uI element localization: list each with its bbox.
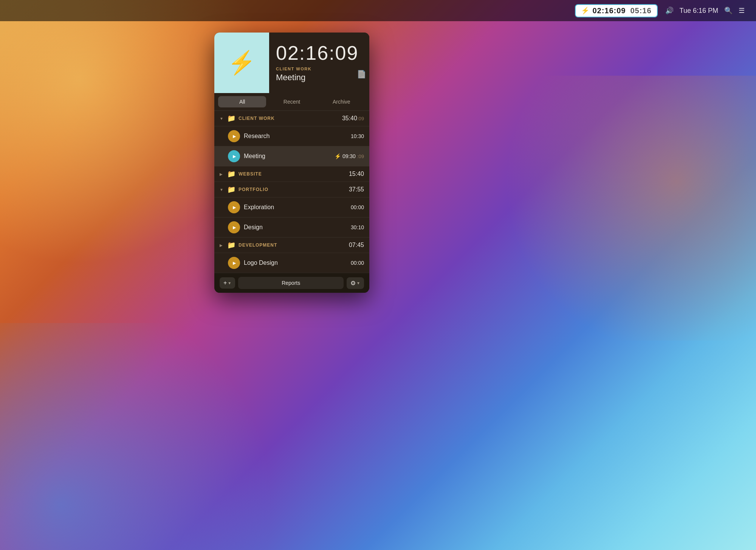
reports-button[interactable]: Reports	[238, 277, 344, 289]
play-icon-exploration: ▶	[233, 205, 236, 210]
document-icon[interactable]: 📄	[357, 70, 366, 79]
group-time-website: 15:40	[349, 171, 364, 177]
folder-icon-development: 📁	[227, 241, 235, 249]
task-time-meeting: 09:30	[342, 153, 356, 159]
folder-icon-portfolio: 📁	[227, 185, 235, 194]
menubar-system-icons: 🔊 Tue 6:16 PM 🔍 ☰	[665, 6, 745, 15]
task-logo-design[interactable]: ▶ Logo Design 00:00	[214, 253, 369, 273]
task-time-design: 30:10	[351, 224, 364, 230]
app-header: ⚡ 02:16:09 CLIENT WORK Meeting 📄	[214, 33, 369, 93]
tab-recent[interactable]: Recent	[268, 96, 316, 107]
group-time-development: 07:45	[349, 242, 364, 249]
gear-icon: ⚙	[350, 280, 356, 287]
folder-icon-client-work: 📁	[227, 114, 235, 123]
add-chevron-icon: ▼	[228, 281, 231, 285]
task-name-meeting: Meeting	[244, 153, 331, 160]
menu-icon: ☰	[739, 6, 745, 15]
bottom-toolbar: + ▼ Reports ⚙ ▼	[214, 273, 369, 293]
play-icon-logo: ▶	[233, 261, 236, 266]
chevron-down-icon-portfolio: ▼	[220, 188, 224, 192]
project-list: ▼ 📁 CLIENT WORK 35:40:09 ▶ Research 10:3…	[214, 111, 369, 273]
task-name-logo: Logo Design	[244, 259, 347, 266]
group-client-work[interactable]: ▼ 📁 CLIENT WORK 35:40:09	[214, 111, 369, 126]
plus-icon: +	[223, 280, 227, 286]
chevron-right-icon-development: ▶	[220, 243, 224, 247]
task-time-wrap-meeting: ⚡ 09:30:09	[335, 153, 364, 159]
task-name-exploration: Exploration	[244, 204, 347, 211]
task-meeting[interactable]: ▶ Meeting ⚡ 09:30:09	[214, 146, 369, 166]
menubar: ⚡ 02:16:09 05:16 🔊 Tue 6:16 PM 🔍 ☰	[0, 0, 756, 21]
header-info: 02:16:09 CLIENT WORK Meeting	[269, 33, 369, 93]
task-name-research: Research	[244, 133, 347, 140]
group-time-client-work: 35:40:09	[342, 115, 364, 122]
header-timer: 02:16:09	[276, 43, 363, 63]
play-button-research[interactable]: ▶	[228, 130, 240, 142]
header-task: Meeting	[276, 73, 363, 82]
play-icon-meeting: ▶	[233, 154, 236, 159]
settings-button[interactable]: ⚙ ▼	[347, 277, 364, 289]
menubar-elapsed-time: 02:16:09	[592, 6, 626, 15]
group-website[interactable]: ▶ 📁 WEBSITE 15:40	[214, 166, 369, 182]
group-time-portfolio: 37:55	[349, 186, 364, 193]
chevron-down-icon: ▼	[220, 117, 224, 121]
play-icon-design: ▶	[233, 225, 236, 230]
group-name-development: DEVELOPMENT	[239, 242, 346, 248]
play-button-meeting[interactable]: ▶	[228, 150, 240, 162]
tab-bar: All Recent Archive	[214, 93, 369, 111]
menubar-lightning-icon: ⚡	[581, 6, 589, 15]
tab-all[interactable]: All	[218, 96, 266, 107]
task-time-research: 10:30	[351, 133, 364, 139]
header-category: CLIENT WORK	[276, 67, 363, 71]
menubar-clock: Tue 6:16 PM	[680, 7, 718, 15]
chevron-right-icon-website: ▶	[220, 172, 224, 176]
group-name-website: WEBSITE	[239, 171, 346, 177]
header-icon-box: ⚡	[214, 33, 269, 93]
group-portfolio[interactable]: ▼ 📁 PORTFOLIO 37:55	[214, 182, 369, 197]
play-button-design[interactable]: ▶	[228, 221, 240, 233]
task-lightning-icon: ⚡	[335, 153, 341, 159]
volume-icon: 🔊	[665, 6, 674, 15]
task-name-design: Design	[244, 224, 347, 231]
menubar-short-time: 05:16	[630, 6, 651, 15]
group-name-portfolio: PORTFOLIO	[239, 187, 346, 192]
play-button-logo[interactable]: ▶	[228, 257, 240, 269]
folder-icon-website: 📁	[227, 170, 235, 178]
header-lightning-icon: ⚡	[228, 51, 256, 74]
play-icon-research: ▶	[233, 134, 236, 139]
task-research[interactable]: ▶ Research 10:30	[214, 126, 369, 146]
group-development[interactable]: ▶ 📁 DEVELOPMENT 07:45	[214, 238, 369, 253]
tab-archive[interactable]: Archive	[318, 96, 366, 107]
menubar-timer-badge[interactable]: ⚡ 02:16:09 05:16	[575, 4, 657, 17]
desktop: ⚡ 02:16:09 05:16 🔊 Tue 6:16 PM 🔍 ☰ ⚡ 02:…	[0, 0, 756, 550]
task-exploration[interactable]: ▶ Exploration 00:00	[214, 197, 369, 217]
search-icon: 🔍	[724, 6, 733, 15]
task-design[interactable]: ▶ Design 30:10	[214, 218, 369, 237]
settings-chevron-icon: ▼	[356, 281, 360, 285]
add-button[interactable]: + ▼	[220, 277, 235, 289]
app-panel: ⚡ 02:16:09 CLIENT WORK Meeting 📄 All Rec…	[214, 33, 369, 293]
group-name-client-work: CLIENT WORK	[239, 116, 339, 121]
task-time-exploration: 00:00	[351, 204, 364, 210]
task-time-logo: 00:00	[351, 260, 364, 266]
play-button-exploration[interactable]: ▶	[228, 201, 240, 213]
